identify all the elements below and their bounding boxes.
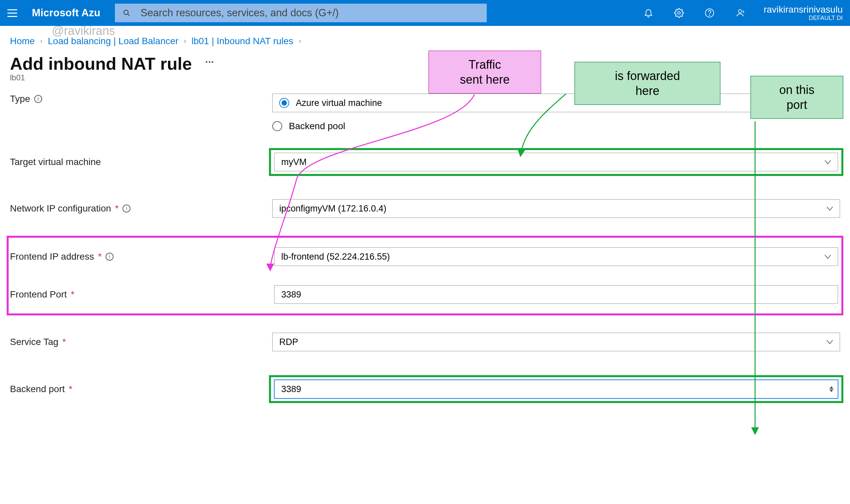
- help-icon[interactable]: [705, 8, 715, 18]
- chevron-right-icon: ›: [40, 37, 42, 46]
- account-block[interactable]: ravikiransrinivasulu DEFAULT DI: [764, 5, 843, 22]
- svg-point-3: [705, 9, 713, 17]
- frontend-highlight: Frontend IP address* i lb-frontend (52.2…: [10, 239, 840, 312]
- topbar-right-icons: [644, 8, 745, 18]
- info-icon[interactable]: i: [123, 204, 130, 213]
- network-ip-select[interactable]: ipconfigmyVM (172.16.0.4): [272, 199, 840, 218]
- global-search[interactable]: [115, 4, 487, 22]
- network-ip-label: Network IP configuration* i: [10, 203, 272, 214]
- chevron-down-icon: [825, 254, 831, 259]
- backend-port-label: Backend port*: [10, 384, 272, 394]
- field-row-frontend-port: Frontend Port* 3389: [12, 280, 838, 309]
- target-vm-highlight: myVM: [272, 151, 840, 173]
- breadcrumb-item[interactable]: Home: [10, 36, 35, 47]
- search-input[interactable]: [141, 7, 479, 19]
- svg-point-5: [738, 10, 742, 13]
- frontend-ip-label: Frontend IP address* i: [10, 251, 274, 262]
- chevron-down-icon: [825, 159, 831, 165]
- select-value: ipconfigmyVM (172.16.0.4): [279, 203, 386, 214]
- svg-line-1: [128, 14, 130, 16]
- field-row-network-ip: Network IP configuration* i ipconfigmyVM…: [10, 191, 840, 226]
- target-vm-select[interactable]: myVM: [274, 153, 838, 171]
- field-row-frontend-ip: Frontend IP address* i lb-frontend (52.2…: [12, 242, 838, 271]
- feedback-icon[interactable]: [735, 8, 745, 18]
- menu-icon[interactable]: [7, 6, 21, 20]
- nat-rule-form: Traffic sent here is forwarded here on t…: [10, 94, 840, 407]
- bell-icon[interactable]: [644, 8, 653, 18]
- frontend-ip-select[interactable]: lb-frontend (52.224.216.55): [274, 247, 838, 266]
- svg-point-4: [709, 15, 710, 16]
- frontend-port-label: Frontend Port*: [10, 289, 274, 300]
- callout-traffic-sent: Traffic sent here: [428, 51, 541, 94]
- field-row-target-vm: Target virtual machine myVM: [10, 145, 840, 179]
- azure-topbar: Microsoft Azu ravikiransrinivasulu DEFAU…: [0, 0, 850, 26]
- service-tag-select[interactable]: RDP: [272, 333, 840, 351]
- field-row-backend-port: Backend port* 3389: [10, 372, 840, 407]
- account-directory: DEFAULT DI: [764, 15, 843, 22]
- svg-point-2: [678, 12, 680, 14]
- page-body: @ravikirans Home › Load balancing | Load…: [0, 26, 850, 407]
- field-row-service-tag: Service Tag* RDP: [10, 325, 840, 359]
- frontend-port-input[interactable]: 3389: [274, 285, 838, 304]
- breadcrumb-item[interactable]: lb01 | Inbound NAT rules: [192, 36, 293, 47]
- breadcrumb: Home › Load balancing | Load Balancer › …: [10, 36, 840, 47]
- backend-port-highlight: 3389: [272, 378, 840, 400]
- type-option-backend-pool[interactable]: Backend pool: [272, 121, 840, 131]
- select-value: myVM: [281, 157, 307, 167]
- service-tag-label: Service Tag*: [10, 337, 272, 347]
- select-value: RDP: [279, 337, 298, 347]
- input-value: 3389: [281, 384, 301, 394]
- backend-port-input[interactable]: 3389: [274, 380, 838, 398]
- target-vm-label: Target virtual machine: [10, 157, 272, 167]
- account-name: ravikiransrinivasulu: [764, 5, 843, 15]
- chevron-right-icon: ›: [299, 37, 301, 46]
- select-value: lb-frontend (52.224.216.55): [281, 252, 390, 262]
- input-value: 3389: [281, 289, 301, 300]
- radio-label: Azure virtual machine: [296, 98, 382, 108]
- brand-label: Microsoft Azu: [32, 7, 100, 19]
- callout-forwarded: is forwarded here: [574, 62, 721, 105]
- breadcrumb-item[interactable]: Load balancing | Load Balancer: [48, 36, 178, 47]
- type-label: Type i: [10, 94, 272, 104]
- more-icon[interactable]: ···: [205, 56, 214, 68]
- number-spinner[interactable]: [829, 386, 833, 392]
- chevron-down-icon: [827, 339, 833, 345]
- gear-icon[interactable]: [674, 8, 684, 18]
- info-icon[interactable]: i: [106, 253, 113, 260]
- info-icon[interactable]: i: [34, 95, 42, 103]
- chevron-down-icon: [827, 205, 833, 212]
- radio-label: Backend pool: [289, 121, 345, 131]
- callout-on-port: on this port: [750, 76, 843, 119]
- search-icon: [123, 9, 130, 17]
- chevron-right-icon: ›: [184, 37, 186, 46]
- svg-point-0: [124, 10, 128, 14]
